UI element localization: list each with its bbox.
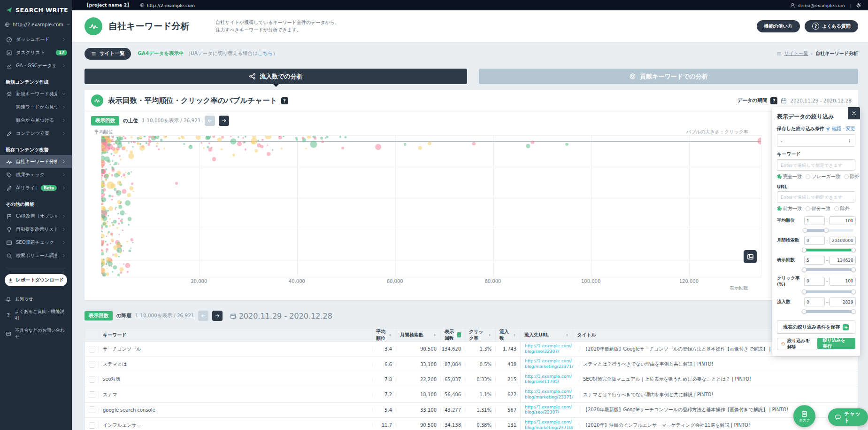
bubble[interactable] xyxy=(243,137,245,139)
bubble[interactable] xyxy=(120,272,122,274)
tab-inflow-analysis[interactable]: 流入数での分析 xyxy=(84,69,467,84)
inflow-url-link[interactable]: http://1.example.com/blog/marketing/2337… xyxy=(520,357,579,371)
bubble[interactable] xyxy=(125,172,126,173)
header-ctr[interactable]: クリック率 xyxy=(465,328,495,341)
bubble[interactable] xyxy=(245,149,246,150)
radio-phrase-match[interactable]: フレーズ一致 xyxy=(806,173,840,180)
bubble[interactable] xyxy=(221,148,223,150)
bubble[interactable] xyxy=(120,211,125,216)
row-checkbox[interactable] xyxy=(89,376,95,383)
bubble[interactable] xyxy=(160,139,163,141)
bubble[interactable] xyxy=(116,227,118,229)
sidebar-link-news[interactable]: お知らせ xyxy=(0,293,72,305)
header-monthly-volume[interactable]: 月間検索数 xyxy=(396,328,440,341)
bubble[interactable] xyxy=(108,225,111,227)
bubble[interactable] xyxy=(101,237,102,238)
row-checkbox[interactable] xyxy=(89,422,95,429)
bubble[interactable] xyxy=(101,252,104,255)
bubble[interactable] xyxy=(428,141,431,145)
row-checkbox[interactable] xyxy=(89,361,95,367)
bubble[interactable] xyxy=(103,240,105,241)
period-value[interactable]: 2020.11.29 - 2020.12.28 xyxy=(790,98,852,103)
range-min-input[interactable] xyxy=(804,297,825,306)
bubble[interactable] xyxy=(244,141,246,143)
bubble[interactable] xyxy=(156,145,158,147)
period-help-icon[interactable]: ? xyxy=(770,97,777,104)
bubble[interactable] xyxy=(106,151,108,153)
sidebar-site-selector[interactable]: http://2.example.com xyxy=(0,18,72,31)
bubble[interactable] xyxy=(101,227,103,229)
bubble[interactable] xyxy=(112,271,113,273)
bubble[interactable] xyxy=(102,207,106,211)
bubble[interactable] xyxy=(111,235,113,236)
bubble[interactable] xyxy=(106,251,107,252)
bubble[interactable] xyxy=(757,138,761,145)
range-min-input[interactable] xyxy=(804,216,825,225)
bubble[interactable] xyxy=(112,160,113,162)
bubble[interactable] xyxy=(221,136,224,139)
bubble[interactable] xyxy=(251,138,257,145)
bubble[interactable] xyxy=(114,162,117,165)
range-max-input[interactable] xyxy=(830,277,856,286)
sidebar-item-content-plan[interactable]: コンテンツ立案 xyxy=(0,127,72,140)
bubble[interactable] xyxy=(418,146,422,150)
bubble[interactable] xyxy=(112,136,114,138)
breadcrumb-parent[interactable]: サイト一覧 xyxy=(784,50,808,57)
bubble[interactable] xyxy=(130,238,133,242)
bubble[interactable] xyxy=(531,141,534,144)
bubble[interactable] xyxy=(124,177,126,178)
bubble[interactable] xyxy=(139,143,141,145)
range-max-input[interactable] xyxy=(830,216,856,225)
table-row[interactable]: ステマとは 6.6 33,100 87,084 0.5% 438 http://… xyxy=(84,357,858,372)
bubble[interactable] xyxy=(121,176,122,177)
bubble[interactable] xyxy=(314,137,316,140)
bubble[interactable] xyxy=(129,250,131,252)
logo[interactable]: SEARCH WRITE xyxy=(0,0,72,18)
bubble[interactable] xyxy=(261,139,264,141)
table-row[interactable]: seo対策 7.8 22,200 65,037 0.33% 215 http:/… xyxy=(84,372,858,387)
bubble[interactable] xyxy=(127,172,130,175)
inflow-url-link[interactable]: http://1.example.com/blog/seo/22307/ xyxy=(520,342,579,356)
bubble[interactable] xyxy=(122,219,123,220)
bubble[interactable] xyxy=(128,217,132,221)
bubble[interactable] xyxy=(307,135,311,139)
inflow-url-link[interactable]: http://1.example.com/blog/seo/22307/ xyxy=(520,403,579,417)
bubble[interactable] xyxy=(106,248,108,251)
inflow-url-link[interactable]: http://1.example.com/blog/marketing/2371… xyxy=(520,418,579,430)
range-min-input[interactable] xyxy=(804,277,825,286)
bubble[interactable] xyxy=(126,150,127,151)
bubble[interactable] xyxy=(125,200,131,206)
bubble[interactable] xyxy=(101,164,104,167)
table-row[interactable]: サーチコンソール 3.4 90,500 134,620 1.3% 1,743 h… xyxy=(84,342,858,357)
bubble[interactable] xyxy=(213,135,215,138)
bubble[interactable] xyxy=(283,135,284,137)
bubble[interactable] xyxy=(113,155,115,156)
bubble[interactable] xyxy=(123,263,125,265)
prev-page-button[interactable] xyxy=(205,116,215,126)
bubble[interactable] xyxy=(118,205,122,209)
bubble[interactable] xyxy=(132,242,133,243)
bubble[interactable] xyxy=(131,171,132,173)
bubble[interactable] xyxy=(122,229,123,231)
bubble[interactable] xyxy=(146,142,147,144)
bubble[interactable] xyxy=(265,135,271,140)
bubble[interactable] xyxy=(325,137,327,139)
bubble[interactable] xyxy=(101,179,103,181)
bubble[interactable] xyxy=(113,265,117,269)
bubble[interactable] xyxy=(212,157,216,161)
bubble[interactable] xyxy=(101,177,102,179)
bubble[interactable] xyxy=(108,206,113,211)
bubble[interactable] xyxy=(237,136,239,138)
bubble[interactable] xyxy=(119,135,121,137)
bubble[interactable] xyxy=(129,186,133,190)
metric-badge[interactable]: 表示回数 xyxy=(84,311,113,321)
bubble[interactable] xyxy=(158,149,160,150)
bubble[interactable] xyxy=(106,235,107,237)
bubble[interactable] xyxy=(137,142,139,145)
bubble[interactable] xyxy=(208,148,212,152)
bubble[interactable] xyxy=(123,250,124,251)
range-slider[interactable] xyxy=(804,309,853,314)
bubble[interactable] xyxy=(137,137,140,140)
bubble[interactable] xyxy=(121,222,123,224)
bubble[interactable] xyxy=(143,135,146,138)
